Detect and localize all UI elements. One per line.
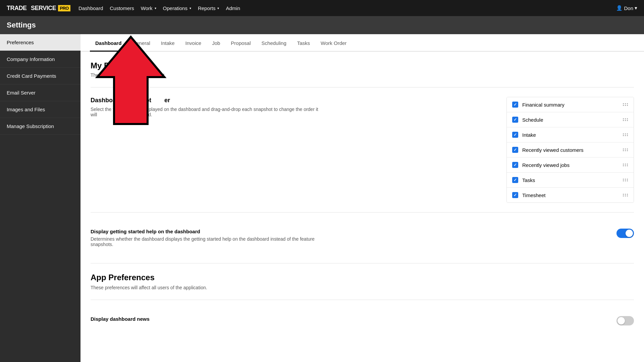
checklist-left-financial: Finanical summary [512,102,565,108]
drag-dot [627,180,628,181]
logo-pro: PRO [58,5,70,11]
getting-started-desc: Determines whether the dashboard display… [91,236,332,247]
drag-dot [627,195,628,196]
checklist-left-recent-customers: Recently viewed customers [512,147,584,153]
checkbox-intake[interactable] [512,132,518,138]
drag-handle-intake[interactable] [623,133,628,136]
drag-dot [623,135,624,136]
checklist-left-recent-jobs: Recently viewed jobs [512,162,570,168]
sidebar-item-email-server[interactable]: Email Server [0,84,80,101]
drag-handle-timesheet[interactable] [623,194,628,196]
checklist-item-schedule: Schedule [507,112,634,127]
tab-job[interactable]: Job [207,34,225,52]
tab-invoice[interactable]: Invoice [180,34,207,52]
top-navigation: TRADE SERVICE PRO Dashboard Customers Wo… [0,0,644,16]
drag-dot [623,105,624,106]
drag-dot [627,150,628,151]
drag-handle-recent-jobs[interactable] [623,164,628,166]
sidebar-item-manage-subscription[interactable]: Manage Subscription [0,118,80,135]
operations-dropdown-arrow: ▾ [190,6,191,10]
dashboard-news-title: Display dashboard news [91,316,150,322]
my-preferences-section: My Preferences These are tied to your us… [91,61,634,78]
tab-tasks[interactable]: Tasks [292,34,315,52]
dashboard-news-info: Display dashboard news [91,316,150,324]
nav-dashboard[interactable]: Dashboard [78,5,103,11]
checklist-left-timesheet: Timesheet [512,192,545,198]
user-name: Don [624,5,633,11]
drag-dot [625,103,626,104]
checkbox-recent-jobs[interactable] [512,162,518,168]
content-area: My Preferences These are tied to your us… [80,52,644,342]
drag-dot [623,180,624,181]
drag-dot [623,150,624,151]
nav-work[interactable]: Work ▾ [141,5,156,11]
app-logo[interactable]: TRADE SERVICE PRO [7,5,70,12]
tab-general[interactable]: General [127,34,155,52]
drag-dot [623,165,624,166]
checklist-left-intake: Intake [512,132,536,138]
drag-dot [625,120,626,121]
reports-dropdown-arrow: ▾ [217,6,219,10]
label-tasks: Tasks [522,177,535,183]
logo-service: SERVICE [31,5,56,12]
checkbox-financial[interactable] [512,102,518,108]
user-icon: 👤 [616,5,623,11]
nav-customers[interactable]: Customers [110,5,134,11]
nav-reports[interactable]: Reports ▾ [198,5,219,11]
app-prefs-title: App Preferences [91,273,634,282]
main-content: Dashboard General Intake Invoice Job Pro… [80,34,644,362]
drag-dot [625,165,626,166]
drag-dot [627,194,628,195]
drag-handle-recent-customers[interactable] [623,148,628,151]
checkbox-tasks[interactable] [512,177,518,183]
checkbox-recent-customers[interactable] [512,147,518,153]
tab-dashboard[interactable]: Dashboard [90,34,127,52]
drag-handle-tasks[interactable] [623,179,628,181]
work-dropdown-arrow: ▾ [155,6,156,10]
sidebar-email-label: Email Server [7,90,36,96]
dashboard-news-toggle-row: Display dashboard news [91,309,634,332]
tab-work-order[interactable]: Work Order [315,34,352,52]
drag-dot [625,135,626,136]
logo-trade: TRADE [7,5,27,12]
drag-dot [627,103,628,104]
drag-dot [625,133,626,134]
label-recent-jobs: Recently viewed jobs [522,162,570,168]
drag-dot [625,164,626,165]
drag-dot [627,179,628,180]
tabs-bar: Dashboard General Intake Invoice Job Pro… [80,34,644,52]
checklist-left-schedule: Schedule [512,117,543,123]
drag-dot [625,150,626,151]
checkbox-schedule[interactable] [512,117,518,123]
divider-3 [91,263,634,263]
checkbox-timesheet[interactable] [512,192,518,198]
nav-admin[interactable]: Admin [226,5,240,11]
drag-dot [627,118,628,119]
drag-handle-financial[interactable] [623,103,628,106]
sidebar-item-preferences[interactable]: Preferences [0,34,80,51]
divider-1 [91,87,634,87]
toggle-knob [626,230,633,237]
tab-scheduling[interactable]: Scheduling [256,34,292,52]
sidebar-item-company-information[interactable]: Company Information [0,51,80,68]
sidebar-item-images-files[interactable]: Images and Files [0,101,80,118]
label-recent-customers: Recently viewed customers [522,147,584,153]
getting-started-toggle[interactable] [616,229,634,238]
drag-dot [627,133,628,134]
drag-dot [623,164,624,165]
sidebar: Preferences Company Information Credit C… [0,34,80,362]
snapshots-checklist-container: Finanical summary [506,97,634,203]
drag-dot [623,194,624,195]
nav-operations[interactable]: Operations ▾ [163,5,191,11]
snapshots-title: Dashboard Snapshotordeer [91,97,319,104]
tab-intake[interactable]: Intake [156,34,180,52]
toggle-knob-news [618,317,625,324]
sidebar-company-label: Company Information [7,56,55,62]
drag-handle-schedule[interactable] [623,118,628,121]
user-menu[interactable]: 👤 Don ▾ [616,5,637,11]
tab-proposal[interactable]: Proposal [225,34,256,52]
sidebar-item-credit-card[interactable]: Credit Card Payments [0,68,80,84]
dashboard-news-toggle[interactable] [616,316,634,325]
checklist-item-timesheet: Timesheet [507,188,634,202]
drag-dot [625,180,626,181]
